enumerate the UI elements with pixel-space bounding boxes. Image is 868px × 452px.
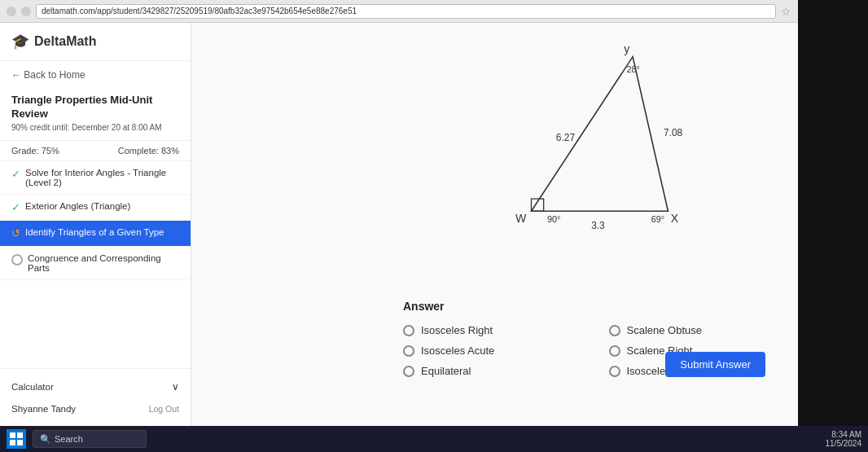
logout-link[interactable]: Log Out: [149, 404, 179, 414]
expand-icon: ∨: [172, 381, 179, 393]
browser-frame: deltamath.com/app/student/3429827/252095…: [0, 0, 798, 452]
option-label-equilateral: Equilateral: [421, 365, 471, 377]
logo-icon: 🎓: [11, 33, 29, 50]
side-left-label: 6.27: [556, 132, 576, 143]
check-icon: ✓: [11, 201, 20, 213]
dark-overlay: [798, 0, 868, 452]
nav-item-label: Congruence and Corresponding Parts: [28, 253, 179, 273]
radio-isosceles-obtuse[interactable]: [609, 366, 620, 377]
nav-item-solve-interior[interactable]: ✓ Solve for Interior Angles - Triangle (…: [0, 161, 191, 195]
bullet-icon: [11, 254, 23, 265]
assignment-due: 90% credit until: December 20 at 8:00 AM: [11, 123, 179, 132]
answer-section: Answer Isosceles Right Scalene Obtuse Is…: [403, 300, 782, 377]
browser-btn-2: [21, 7, 31, 16]
main-content: y W X 28° 90° 69° 6.27 7.08 3.3: [191, 23, 798, 426]
back-link-text: ← Back to Home: [11, 69, 85, 81]
browser-btn-1: [7, 7, 16, 16]
complete-label: Complete: 83%: [118, 146, 179, 156]
logo-area: 🎓 DeltaMath: [0, 23, 191, 61]
url-text: deltamath.com/app/student/3429827/252095…: [42, 7, 357, 15]
calculator-label: Calculator: [11, 382, 54, 392]
option-label-isosceles-acute: Isosceles Acute: [421, 344, 494, 357]
nav-item-label: Identify Triangles of a Given Type: [25, 227, 164, 237]
app-container: 🎓 DeltaMath ← Back to Home Triangle Prop…: [0, 23, 798, 426]
grade-label: Grade: 75%: [11, 146, 59, 156]
assignment-title: Triangle Properties Mid-Unit Review: [11, 94, 179, 121]
triangle-svg: y W X 28° 90° 69° 6.27 7.08 3.3: [472, 39, 749, 251]
radio-equilateral[interactable]: [403, 366, 414, 377]
vertex-y-label: y: [624, 42, 630, 55]
angle-top-label: 28°: [627, 64, 640, 74]
start-button[interactable]: [7, 429, 26, 449]
svg-rect-4: [10, 440, 15, 445]
side-bottom-label: 3.3: [591, 220, 605, 231]
option-label-scalene-obtuse: Scalene Obtuse: [627, 324, 703, 336]
nav-item-identify[interactable]: ↺ Identify Triangles of a Given Type: [0, 221, 191, 247]
url-bar[interactable]: deltamath.com/app/student/3429827/252095…: [36, 4, 776, 19]
vertex-x-label: X: [671, 212, 679, 225]
taskbar-time: 8:34 AM 11/5/2024: [826, 430, 862, 448]
star-icon[interactable]: ☆: [781, 5, 791, 18]
side-right-label: 7.08: [664, 127, 683, 138]
browser-bar: deltamath.com/app/student/3429827/252095…: [0, 0, 798, 23]
taskbar-search[interactable]: 🔍 Search: [33, 430, 147, 448]
option-scalene-obtuse[interactable]: Scalene Obtuse: [609, 324, 783, 336]
check-icon: ✓: [11, 168, 20, 180]
svg-marker-0: [532, 57, 669, 212]
refresh-icon: ↺: [11, 227, 20, 239]
taskbar-right: 8:34 AM 11/5/2024: [826, 430, 862, 448]
option-label-isosceles-right: Isosceles Right: [421, 324, 493, 336]
radio-scalene-obtuse[interactable]: [609, 325, 620, 336]
search-icon: 🔍: [40, 434, 51, 445]
svg-rect-2: [10, 432, 15, 438]
triangle-area: y W X 28° 90° 69° 6.27 7.08 3.3: [472, 39, 749, 251]
logo-text: DeltaMath: [34, 34, 96, 49]
nav-items: ✓ Solve for Interior Angles - Triangle (…: [0, 161, 191, 368]
angle-x-label: 69°: [651, 214, 664, 224]
radio-isosceles-acute[interactable]: [403, 345, 414, 357]
vertex-w-label: W: [515, 212, 527, 225]
angle-w-label: 90°: [547, 214, 560, 224]
radio-scalene-right[interactable]: [609, 345, 620, 357]
back-link[interactable]: ← Back to Home: [0, 61, 191, 89]
option-isosceles-right[interactable]: Isosceles Right: [403, 324, 576, 336]
svg-rect-3: [17, 432, 23, 438]
nav-item-label: Exterior Angles (Triangle): [25, 201, 130, 211]
user-item[interactable]: Shyanne Tandy Log Out: [0, 398, 191, 419]
user-label: Shyanne Tandy: [11, 404, 76, 414]
calculator-item[interactable]: Calculator ∨: [0, 375, 191, 398]
nav-item-label: Solve for Interior Angles - Triangle (Le…: [25, 168, 179, 187]
grade-row: Grade: 75% Complete: 83%: [0, 141, 191, 161]
radio-isosceles-right[interactable]: [403, 325, 414, 336]
sidebar-bottom: Calculator ∨ Shyanne Tandy Log Out: [0, 368, 191, 426]
option-isosceles-acute[interactable]: Isosceles Acute: [403, 344, 576, 357]
submit-button[interactable]: Submit Answer: [665, 352, 765, 377]
sidebar: 🎓 DeltaMath ← Back to Home Triangle Prop…: [0, 23, 191, 426]
option-equilateral[interactable]: Equilateral: [403, 365, 576, 377]
nav-item-congruence[interactable]: Congruence and Corresponding Parts: [0, 247, 191, 280]
taskbar-clock: 8:34 AM: [826, 430, 862, 439]
answer-label: Answer: [403, 300, 782, 313]
search-text: Search: [55, 434, 83, 444]
nav-item-exterior[interactable]: ✓ Exterior Angles (Triangle): [0, 195, 191, 221]
svg-rect-5: [17, 440, 23, 445]
taskbar-date: 11/5/2024: [826, 439, 862, 448]
windows-icon: [10, 432, 23, 445]
assignment-info: Triangle Properties Mid-Unit Review 90% …: [0, 89, 191, 141]
taskbar: 🔍 Search 8:34 AM 11/5/2024: [0, 426, 868, 452]
